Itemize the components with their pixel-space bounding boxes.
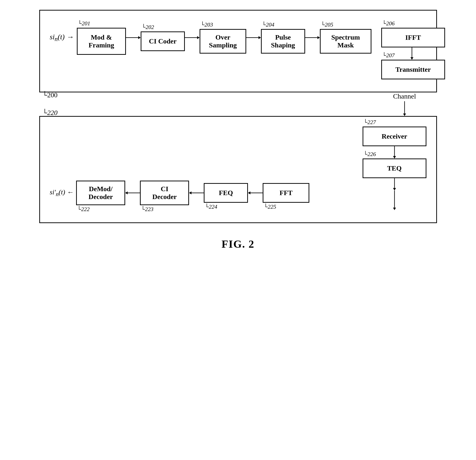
ref-222: └222	[77, 206, 90, 213]
ref-202: └202	[142, 24, 154, 30]
ref-206: └206	[382, 20, 395, 27]
ref-204: └204	[262, 22, 274, 28]
channel-section: Channel	[39, 92, 437, 116]
ref-224: └224	[205, 204, 217, 210]
arrow-206-207	[409, 47, 415, 60]
ref-226: └226	[364, 151, 376, 158]
bottom-row: si'n(t) ← └222 DeMod/Decoder	[50, 181, 355, 205]
block-over-sampling: OverSampling	[200, 29, 246, 54]
ref-205: └205	[321, 22, 333, 28]
bottom-block-ref-label: └220	[42, 109, 58, 117]
block-feq: FEQ	[204, 183, 248, 203]
svg-marker-11	[403, 114, 406, 116]
svg-marker-17	[248, 191, 250, 194]
arrow-224-223	[189, 190, 204, 196]
channel-label: Channel	[393, 92, 416, 100]
block-spectrum-mask: SpectrumMask	[320, 29, 371, 54]
svg-marker-19	[393, 156, 396, 158]
svg-marker-23	[393, 208, 396, 210]
block-demod-decoder: DeMod/Decoder	[76, 181, 125, 205]
svg-marker-15	[189, 191, 191, 194]
ref-225: └225	[264, 204, 276, 210]
channel-arrow	[402, 101, 408, 116]
bottom-block-220: └220 si'n(t) ← └222 DeMod/Decoder	[39, 116, 437, 223]
svg-marker-3	[197, 36, 200, 39]
block-ci-decoder: CIDecoder	[140, 181, 189, 205]
bottom-right-column: └227 Receiver └226 TEQ	[363, 127, 426, 210]
svg-marker-7	[317, 36, 320, 39]
arrow-225-224	[248, 190, 263, 196]
block-ci-coder: CI Coder	[141, 31, 185, 51]
block-ifft: IFFT	[381, 28, 445, 47]
arrow-to-fft	[392, 190, 397, 210]
arrow-223-222	[125, 190, 140, 196]
ref-201: └201	[78, 20, 90, 27]
block-pulse-shaping: PulseShaping	[261, 29, 305, 54]
block-transmitter: Transmitter	[381, 60, 445, 79]
block-fft: FFT	[263, 183, 309, 203]
svg-marker-1	[138, 36, 141, 39]
input-signal-label: sin(t) →	[50, 33, 74, 43]
arrow-204-205	[305, 35, 320, 41]
block-mod-framing: Mod & Framing	[77, 28, 126, 55]
top-block-ref-label: └200	[42, 91, 58, 99]
svg-marker-13	[125, 191, 128, 194]
ref-203: └203	[201, 22, 213, 28]
diagram-container: └200 sin(t) → └201 Mod & Framing	[29, 10, 447, 250]
svg-marker-5	[258, 36, 261, 39]
arrow-202-203	[185, 35, 200, 41]
block-receiver: Receiver	[363, 127, 426, 146]
svg-marker-9	[410, 57, 413, 60]
svg-marker-21	[393, 188, 396, 190]
block-teq: TEQ	[363, 158, 426, 178]
ref-207: └207	[382, 52, 395, 59]
ref-227: └227	[364, 119, 376, 126]
arrow-201-202	[126, 35, 141, 41]
fig-label: FIG. 2	[221, 238, 254, 250]
arrow-227-226	[392, 146, 397, 158]
arrow-226-225	[392, 178, 397, 190]
arrow-203-204	[246, 35, 261, 41]
top-block-200: └200 sin(t) → └201 Mod & Framing	[39, 10, 437, 92]
output-signal-label: si'n(t) ←	[50, 188, 74, 198]
ref-223: └223	[141, 206, 153, 213]
